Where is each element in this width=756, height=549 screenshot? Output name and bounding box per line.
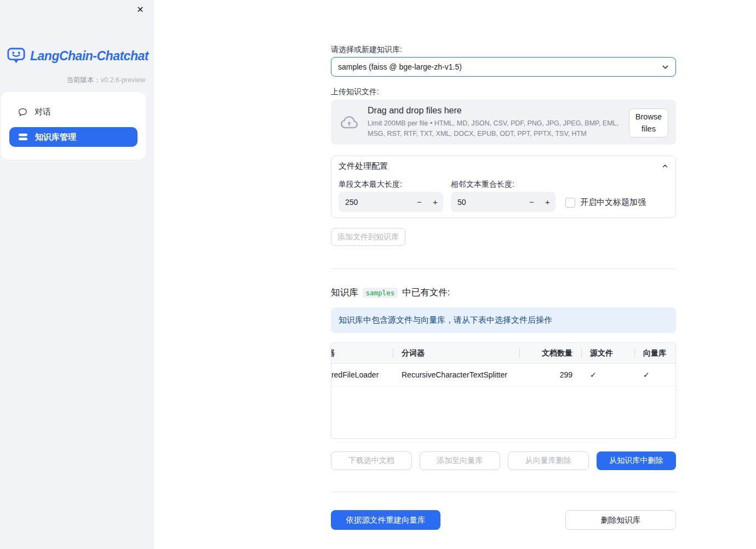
files-table: 文档加载器 分词器 文档数量 源文件 向量库 UnstructuredFileL… <box>331 342 676 439</box>
chunk-size-value[interactable]: 250 <box>339 198 411 207</box>
version-label: 当前版本： <box>66 76 101 84</box>
zh-title-label[interactable]: 开启中文标题加强 <box>580 197 646 208</box>
chunk-size-input: 250 − + <box>339 192 443 212</box>
kb-files-title-suffix: 中已有文件: <box>402 287 450 299</box>
overlap-input: 50 − + <box>451 192 555 212</box>
delete-from-kb-button[interactable]: 从知识库中删除 <box>597 451 677 470</box>
overlap-decrement-button[interactable]: − <box>524 192 540 212</box>
download-selected-docs-button[interactable]: 下载选中文档 <box>331 451 412 470</box>
kb-files-title: 知识库 samples 中已有文件: <box>331 287 450 299</box>
sidebar-item-label: 知识库管理 <box>35 132 76 142</box>
column-header-source-file: 源文件 <box>581 343 634 363</box>
cell-docs-count: 299 <box>519 364 581 386</box>
main-content: 请选择或新建知识库: samples (faiss @ bge-large-zh… <box>331 0 676 549</box>
table-header: 文档加载器 分词器 文档数量 源文件 向量库 <box>331 343 675 364</box>
chevron-down-icon <box>661 62 670 72</box>
minus-icon: − <box>529 197 534 207</box>
overlap-label: 相邻文本重合长度: <box>451 180 514 190</box>
kb-select[interactable]: samples (faiss @ bge-large-zh-v1.5) <box>331 57 676 77</box>
kb-files-title-prefix: 知识库 <box>331 287 358 299</box>
chunk-size-decrement-button[interactable]: − <box>411 192 427 212</box>
column-header-vector-store: 向量库 <box>634 343 675 363</box>
chatbot-logo-icon <box>7 47 26 65</box>
dropzone-texts: Drag and drop files here Limit 200MB per… <box>368 106 626 138</box>
overlap-value[interactable]: 50 <box>451 198 524 207</box>
chat-bubble-icon <box>18 107 27 117</box>
dropzone-title: Drag and drop files here <box>368 106 626 116</box>
chunk-size-increment-button[interactable]: + <box>427 192 443 212</box>
version-value: v0.2.6-preview <box>101 76 145 84</box>
divider <box>331 491 676 492</box>
column-header-docs-count: 文档数量 <box>519 343 581 363</box>
kb-select-value: samples (faiss @ bge-large-zh-v1.5) <box>338 62 462 71</box>
upload-label: 上传知识文件: <box>331 87 379 97</box>
knowledge-base-icon <box>18 133 28 141</box>
divider <box>331 268 676 269</box>
cell-loader: UnstructuredFileLoader <box>331 364 393 386</box>
app-logo: LangChain-Chatchat <box>7 47 148 65</box>
rebuild-vectorstore-button[interactable]: 依据源文件重建向量库 <box>331 510 440 530</box>
chevron-up-icon <box>661 162 669 170</box>
close-sidebar-button[interactable]: ✕ <box>134 3 147 16</box>
sidebar-item-kb-management[interactable]: 知识库管理 <box>9 127 138 147</box>
table-action-buttons: 下载选中文档 添加至向量库 从向量库删除 从知识库中删除 <box>331 451 676 470</box>
nav-card: 对话 知识库管理 <box>1 92 146 159</box>
minus-icon: − <box>417 197 422 207</box>
config-expander-header[interactable]: 文件处理配置 <box>331 156 675 176</box>
browse-files-button[interactable]: Browse files <box>629 108 668 138</box>
config-expander-title: 文件处理配置 <box>339 161 388 171</box>
info-banner-text: 知识库中包含源文件与向量库，请从下表中选择文件后操作 <box>339 315 552 325</box>
delete-from-vectorstore-button[interactable]: 从向量库删除 <box>508 451 589 470</box>
sidebar-item-label: 对话 <box>35 107 51 117</box>
kb-select-label: 请选择或新建知识库: <box>331 45 402 55</box>
close-icon: ✕ <box>136 5 144 14</box>
version-text: 当前版本：v0.2.6-preview <box>66 76 145 85</box>
config-expander: 文件处理配置 单段文本最大长度: 相邻文本重合长度: 250 − + 50 − … <box>331 156 676 218</box>
cell-splitter: RecursiveCharacterTextSplitter <box>393 364 519 386</box>
file-dropzone[interactable]: Drag and drop files here Limit 200MB per… <box>331 100 676 145</box>
plus-icon: + <box>433 197 438 207</box>
app-window: ✕ LangChain-Chatchat 当前版本：v0.2.6-preview… <box>0 0 756 549</box>
column-header-loader: 文档加载器 <box>331 343 393 363</box>
delete-kb-button[interactable]: 删除知识库 <box>565 510 676 530</box>
overlap-increment-button[interactable]: + <box>540 192 555 212</box>
sidebar-item-dialogue[interactable]: 对话 <box>9 101 138 122</box>
sidebar: ✕ LangChain-Chatchat 当前版本：v0.2.6-preview… <box>0 0 154 549</box>
chunk-size-label: 单段文本最大长度: <box>339 180 402 190</box>
info-banner: 知识库中包含源文件与向量库，请从下表中选择文件后操作 <box>331 307 676 333</box>
add-to-vectorstore-button[interactable]: 添加至向量库 <box>420 451 501 470</box>
zh-title-enhance-row: 开启中文标题加强 <box>565 197 646 208</box>
cell-vector-store-check: ✓ <box>634 364 675 386</box>
dropzone-hint: Limit 200MB per file • HTML, MD, JSON, C… <box>368 118 626 138</box>
add-files-button[interactable]: 添加文件到知识库 <box>331 228 405 246</box>
cell-source-file-check: ✓ <box>581 364 634 386</box>
cloud-upload-icon <box>340 113 359 132</box>
table-row[interactable]: UnstructuredFileLoader RecursiveCharacte… <box>331 364 675 386</box>
plus-icon: + <box>545 197 550 207</box>
column-header-splitter: 分词器 <box>393 343 519 363</box>
logo-text: LangChain-Chatchat <box>30 49 148 64</box>
kb-name-code: samples <box>363 288 398 298</box>
zh-title-checkbox[interactable] <box>565 198 575 208</box>
